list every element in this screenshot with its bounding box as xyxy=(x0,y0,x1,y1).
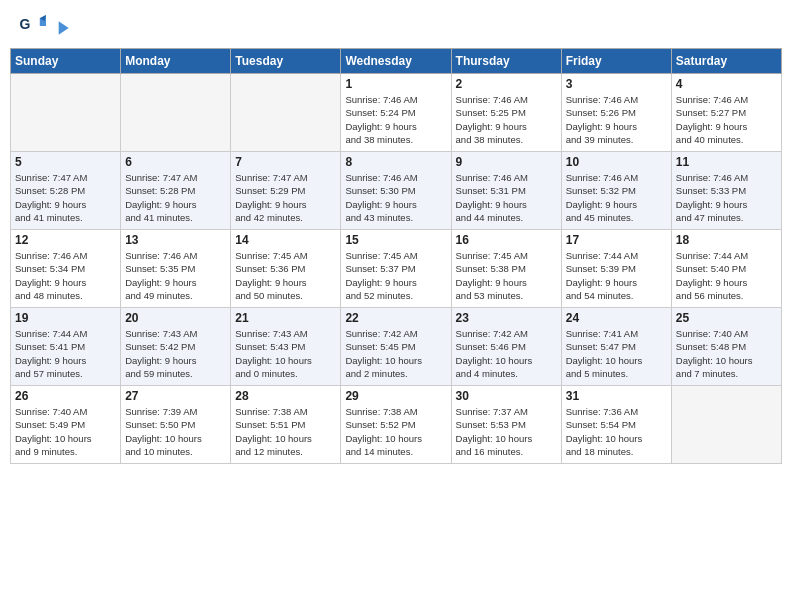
day-number: 15 xyxy=(345,233,446,247)
svg-marker-4 xyxy=(59,21,69,34)
day-number: 17 xyxy=(566,233,667,247)
day-number: 2 xyxy=(456,77,557,91)
day-number: 14 xyxy=(235,233,336,247)
day-info: Sunrise: 7:46 AM Sunset: 5:27 PM Dayligh… xyxy=(676,93,777,146)
calendar-week-row: 12Sunrise: 7:46 AM Sunset: 5:34 PM Dayli… xyxy=(11,230,782,308)
day-info: Sunrise: 7:44 AM Sunset: 5:39 PM Dayligh… xyxy=(566,249,667,302)
calendar-cell xyxy=(11,74,121,152)
calendar-cell: 23Sunrise: 7:42 AM Sunset: 5:46 PM Dayli… xyxy=(451,308,561,386)
day-number: 28 xyxy=(235,389,336,403)
day-number: 13 xyxy=(125,233,226,247)
day-number: 10 xyxy=(566,155,667,169)
day-number: 3 xyxy=(566,77,667,91)
day-info: Sunrise: 7:46 AM Sunset: 5:26 PM Dayligh… xyxy=(566,93,667,146)
calendar-header-monday: Monday xyxy=(121,49,231,74)
calendar-week-row: 1Sunrise: 7:46 AM Sunset: 5:24 PM Daylig… xyxy=(11,74,782,152)
day-number: 31 xyxy=(566,389,667,403)
calendar-cell: 8Sunrise: 7:46 AM Sunset: 5:30 PM Daylig… xyxy=(341,152,451,230)
calendar-cell xyxy=(231,74,341,152)
calendar-cell: 25Sunrise: 7:40 AM Sunset: 5:48 PM Dayli… xyxy=(671,308,781,386)
svg-text:G: G xyxy=(20,16,31,32)
calendar-cell: 7Sunrise: 7:47 AM Sunset: 5:29 PM Daylig… xyxy=(231,152,341,230)
calendar-cell: 16Sunrise: 7:45 AM Sunset: 5:38 PM Dayli… xyxy=(451,230,561,308)
day-info: Sunrise: 7:45 AM Sunset: 5:36 PM Dayligh… xyxy=(235,249,336,302)
calendar-cell: 2Sunrise: 7:46 AM Sunset: 5:25 PM Daylig… xyxy=(451,74,561,152)
calendar-cell: 14Sunrise: 7:45 AM Sunset: 5:36 PM Dayli… xyxy=(231,230,341,308)
day-number: 19 xyxy=(15,311,116,325)
day-info: Sunrise: 7:38 AM Sunset: 5:52 PM Dayligh… xyxy=(345,405,446,458)
day-info: Sunrise: 7:46 AM Sunset: 5:31 PM Dayligh… xyxy=(456,171,557,224)
day-number: 6 xyxy=(125,155,226,169)
calendar-cell: 27Sunrise: 7:39 AM Sunset: 5:50 PM Dayli… xyxy=(121,386,231,464)
day-number: 23 xyxy=(456,311,557,325)
calendar-header-tuesday: Tuesday xyxy=(231,49,341,74)
day-number: 26 xyxy=(15,389,116,403)
day-number: 7 xyxy=(235,155,336,169)
calendar-cell: 13Sunrise: 7:46 AM Sunset: 5:35 PM Dayli… xyxy=(121,230,231,308)
calendar-header-friday: Friday xyxy=(561,49,671,74)
page-header: G xyxy=(0,0,792,48)
day-info: Sunrise: 7:46 AM Sunset: 5:34 PM Dayligh… xyxy=(15,249,116,302)
calendar-cell: 12Sunrise: 7:46 AM Sunset: 5:34 PM Dayli… xyxy=(11,230,121,308)
day-info: Sunrise: 7:42 AM Sunset: 5:45 PM Dayligh… xyxy=(345,327,446,380)
day-info: Sunrise: 7:46 AM Sunset: 5:24 PM Dayligh… xyxy=(345,93,446,146)
calendar-cell: 22Sunrise: 7:42 AM Sunset: 5:45 PM Dayli… xyxy=(341,308,451,386)
day-number: 30 xyxy=(456,389,557,403)
calendar-cell: 30Sunrise: 7:37 AM Sunset: 5:53 PM Dayli… xyxy=(451,386,561,464)
calendar-cell: 21Sunrise: 7:43 AM Sunset: 5:43 PM Dayli… xyxy=(231,308,341,386)
calendar-cell: 29Sunrise: 7:38 AM Sunset: 5:52 PM Dayli… xyxy=(341,386,451,464)
calendar-header-row: SundayMondayTuesdayWednesdayThursdayFrid… xyxy=(11,49,782,74)
calendar-header-wednesday: Wednesday xyxy=(341,49,451,74)
day-number: 22 xyxy=(345,311,446,325)
calendar-cell: 11Sunrise: 7:46 AM Sunset: 5:33 PM Dayli… xyxy=(671,152,781,230)
calendar-cell: 31Sunrise: 7:36 AM Sunset: 5:54 PM Dayli… xyxy=(561,386,671,464)
day-info: Sunrise: 7:44 AM Sunset: 5:41 PM Dayligh… xyxy=(15,327,116,380)
day-info: Sunrise: 7:36 AM Sunset: 5:54 PM Dayligh… xyxy=(566,405,667,458)
calendar-cell: 20Sunrise: 7:43 AM Sunset: 5:42 PM Dayli… xyxy=(121,308,231,386)
calendar-table: SundayMondayTuesdayWednesdayThursdayFrid… xyxy=(10,48,782,464)
calendar-cell: 9Sunrise: 7:46 AM Sunset: 5:31 PM Daylig… xyxy=(451,152,561,230)
day-info: Sunrise: 7:47 AM Sunset: 5:28 PM Dayligh… xyxy=(125,171,226,224)
day-number: 12 xyxy=(15,233,116,247)
day-number: 9 xyxy=(456,155,557,169)
calendar-cell: 10Sunrise: 7:46 AM Sunset: 5:32 PM Dayli… xyxy=(561,152,671,230)
day-info: Sunrise: 7:40 AM Sunset: 5:48 PM Dayligh… xyxy=(676,327,777,380)
day-info: Sunrise: 7:42 AM Sunset: 5:46 PM Dayligh… xyxy=(456,327,557,380)
calendar-week-row: 26Sunrise: 7:40 AM Sunset: 5:49 PM Dayli… xyxy=(11,386,782,464)
day-info: Sunrise: 7:39 AM Sunset: 5:50 PM Dayligh… xyxy=(125,405,226,458)
calendar-cell: 4Sunrise: 7:46 AM Sunset: 5:27 PM Daylig… xyxy=(671,74,781,152)
calendar-header-saturday: Saturday xyxy=(671,49,781,74)
calendar-cell: 15Sunrise: 7:45 AM Sunset: 5:37 PM Dayli… xyxy=(341,230,451,308)
day-info: Sunrise: 7:46 AM Sunset: 5:33 PM Dayligh… xyxy=(676,171,777,224)
day-number: 24 xyxy=(566,311,667,325)
calendar-cell: 6Sunrise: 7:47 AM Sunset: 5:28 PM Daylig… xyxy=(121,152,231,230)
day-number: 8 xyxy=(345,155,446,169)
day-info: Sunrise: 7:45 AM Sunset: 5:38 PM Dayligh… xyxy=(456,249,557,302)
calendar-cell: 3Sunrise: 7:46 AM Sunset: 5:26 PM Daylig… xyxy=(561,74,671,152)
day-info: Sunrise: 7:47 AM Sunset: 5:29 PM Dayligh… xyxy=(235,171,336,224)
day-number: 25 xyxy=(676,311,777,325)
day-info: Sunrise: 7:46 AM Sunset: 5:35 PM Dayligh… xyxy=(125,249,226,302)
calendar-cell xyxy=(121,74,231,152)
day-info: Sunrise: 7:46 AM Sunset: 5:30 PM Dayligh… xyxy=(345,171,446,224)
day-info: Sunrise: 7:46 AM Sunset: 5:32 PM Dayligh… xyxy=(566,171,667,224)
day-number: 11 xyxy=(676,155,777,169)
logo-arrow-icon xyxy=(52,18,72,38)
day-info: Sunrise: 7:43 AM Sunset: 5:43 PM Dayligh… xyxy=(235,327,336,380)
calendar-cell: 1Sunrise: 7:46 AM Sunset: 5:24 PM Daylig… xyxy=(341,74,451,152)
day-number: 4 xyxy=(676,77,777,91)
day-info: Sunrise: 7:44 AM Sunset: 5:40 PM Dayligh… xyxy=(676,249,777,302)
logo-icon: G xyxy=(18,12,46,40)
calendar-cell: 19Sunrise: 7:44 AM Sunset: 5:41 PM Dayli… xyxy=(11,308,121,386)
day-number: 27 xyxy=(125,389,226,403)
day-info: Sunrise: 7:46 AM Sunset: 5:25 PM Dayligh… xyxy=(456,93,557,146)
day-number: 20 xyxy=(125,311,226,325)
day-info: Sunrise: 7:45 AM Sunset: 5:37 PM Dayligh… xyxy=(345,249,446,302)
day-number: 16 xyxy=(456,233,557,247)
calendar-week-row: 5Sunrise: 7:47 AM Sunset: 5:28 PM Daylig… xyxy=(11,152,782,230)
calendar-cell xyxy=(671,386,781,464)
day-info: Sunrise: 7:41 AM Sunset: 5:47 PM Dayligh… xyxy=(566,327,667,380)
day-number: 5 xyxy=(15,155,116,169)
day-info: Sunrise: 7:47 AM Sunset: 5:28 PM Dayligh… xyxy=(15,171,116,224)
day-info: Sunrise: 7:37 AM Sunset: 5:53 PM Dayligh… xyxy=(456,405,557,458)
